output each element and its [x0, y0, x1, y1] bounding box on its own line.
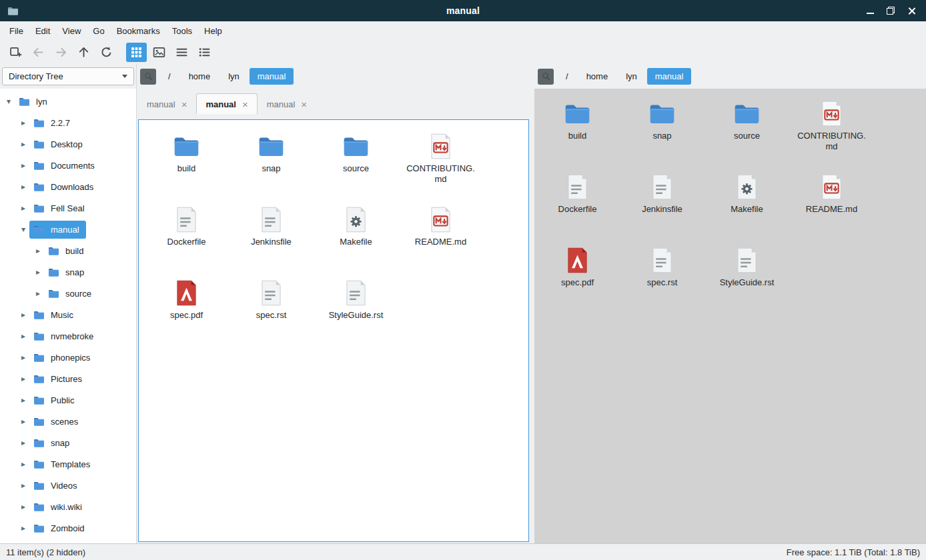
tree-row-fell-seal[interactable]: ▸Fell Seal — [0, 197, 136, 219]
file-contributing-md[interactable]: CONTRIBUTING.md — [789, 95, 874, 169]
expander-collapsed-icon[interactable]: ▸ — [33, 267, 43, 277]
breadcrumb-root[interactable]: / — [160, 68, 179, 85]
reload-button[interactable] — [96, 43, 117, 62]
compact-view-button[interactable] — [171, 43, 192, 62]
expander-collapsed-icon[interactable]: ▸ — [19, 502, 28, 511]
detailed-view-button[interactable] — [194, 43, 215, 62]
edit-path-button[interactable] — [140, 69, 156, 85]
expander-collapsed-icon[interactable]: ▸ — [19, 523, 28, 533]
menu-view[interactable]: View — [56, 23, 87, 39]
breadcrumb-home[interactable]: home — [578, 68, 616, 85]
file-makefile[interactable]: Makefile — [314, 201, 398, 275]
file-readme-md[interactable]: README.md — [398, 201, 483, 275]
tree-row-music[interactable]: ▸Music — [0, 304, 136, 325]
tab-close-icon[interactable]: × — [242, 99, 248, 109]
expander-expanded-icon[interactable]: ▾ — [19, 225, 28, 234]
file-spec-rst[interactable]: spec.rst — [620, 242, 705, 315]
expander-collapsed-icon[interactable]: ▸ — [19, 118, 28, 127]
sidebar-mode-select[interactable]: Directory Tree — [2, 67, 134, 85]
minimize-button[interactable] — [867, 7, 874, 15]
tree-row-videos[interactable]: ▸Videos — [0, 475, 136, 496]
go-forward-button[interactable] — [51, 43, 71, 62]
go-back-button[interactable] — [28, 43, 49, 62]
breadcrumb-root[interactable]: / — [558, 68, 576, 85]
expander-collapsed-icon[interactable]: ▸ — [19, 481, 28, 490]
file-jenkinsfile[interactable]: Jenkinsfile — [229, 201, 314, 275]
tree-row-desktop[interactable]: ▸Desktop — [0, 133, 136, 155]
expander-collapsed-icon[interactable]: ▸ — [19, 459, 28, 469]
tree-row-public[interactable]: ▸Public — [0, 389, 136, 411]
file-spec-rst[interactable]: spec.rst — [229, 275, 314, 348]
expander-collapsed-icon[interactable]: ▸ — [19, 417, 28, 426]
expander-collapsed-icon[interactable]: ▸ — [19, 139, 28, 149]
expander-collapsed-icon[interactable]: ▸ — [19, 438, 28, 447]
breadcrumb-manual[interactable]: manual — [647, 68, 692, 85]
close-button[interactable] — [907, 7, 916, 15]
file-snap[interactable]: snap — [229, 128, 314, 201]
menu-bookmarks[interactable]: Bookmarks — [111, 23, 166, 39]
file-build[interactable]: build — [144, 128, 229, 201]
tree-row-nvmebroke[interactable]: ▸nvmebroke — [0, 325, 136, 347]
new-tab-button[interactable] — [5, 43, 26, 62]
file-dockerfile[interactable]: Dockerfile — [144, 201, 229, 275]
file-spec-pdf[interactable]: spec.pdf — [535, 242, 620, 315]
file-spec-pdf[interactable]: spec.pdf — [144, 275, 229, 348]
tree-row-downloads[interactable]: ▸Downloads — [0, 176, 136, 197]
tree-row-snap[interactable]: ▸snap — [0, 432, 136, 453]
tree-row-source[interactable]: ▸source — [0, 283, 136, 304]
breadcrumb-lyn[interactable]: lyn — [618, 68, 645, 85]
menu-tools[interactable]: Tools — [166, 23, 198, 39]
tab-close-icon[interactable]: × — [301, 99, 307, 109]
file-snap[interactable]: snap — [620, 95, 705, 169]
menu-help[interactable]: Help — [198, 23, 228, 39]
breadcrumb-home[interactable]: home — [181, 68, 219, 85]
expander-expanded-icon[interactable]: ▾ — [4, 97, 13, 106]
expander-collapsed-icon[interactable]: ▸ — [19, 161, 28, 170]
file-source[interactable]: source — [705, 95, 789, 169]
menu-go[interactable]: Go — [87, 23, 110, 39]
restore-button[interactable] — [887, 7, 895, 15]
expander-collapsed-icon[interactable]: ▸ — [33, 246, 43, 255]
tree-row-snap[interactable]: ▸snap — [0, 261, 136, 283]
tree-row-2-2-7[interactable]: ▸2.2.7 — [0, 112, 136, 133]
go-up-button[interactable] — [73, 43, 94, 62]
left-file-view[interactable]: buildsnapsourceCONTRIBUTING.mdDockerfile… — [138, 119, 529, 542]
tree-row-manual[interactable]: ▾manual — [0, 219, 136, 240]
breadcrumb-lyn[interactable]: lyn — [220, 68, 248, 85]
expander-collapsed-icon[interactable]: ▸ — [19, 203, 28, 213]
tree-row-zomboid[interactable]: ▸Zomboid — [0, 517, 136, 539]
file-contributing-md[interactable]: CONTRIBUTING.md — [398, 128, 483, 201]
file-makefile[interactable]: Makefile — [705, 169, 789, 242]
menu-edit[interactable]: Edit — [29, 23, 56, 39]
expander-collapsed-icon[interactable]: ▸ — [19, 353, 28, 362]
tree-row-wiki-wiki[interactable]: ▸wiki.wiki — [0, 496, 136, 517]
tree-row-lyn[interactable]: ▾lyn — [0, 91, 136, 112]
thumbnail-view-button[interactable] — [149, 43, 169, 62]
file-source[interactable]: source — [314, 128, 398, 201]
file-styleguide-rst[interactable]: StyleGuide.rst — [705, 242, 789, 315]
tab-manual[interactable]: manual× — [196, 93, 257, 114]
tree-row-documents[interactable]: ▸Documents — [0, 155, 136, 176]
icon-view-button[interactable] — [126, 43, 147, 62]
tab-manual[interactable]: manual× — [258, 93, 316, 114]
tree-row-phonepics[interactable]: ▸phonepics — [0, 347, 136, 368]
right-file-view[interactable]: buildsnapsourceCONTRIBUTING.mdDockerfile… — [534, 89, 926, 543]
expander-collapsed-icon[interactable]: ▸ — [33, 289, 43, 298]
tree-row-scenes[interactable]: ▸scenes — [0, 411, 136, 432]
tree-row-templates[interactable]: ▸Templates — [0, 453, 136, 475]
expander-collapsed-icon[interactable]: ▸ — [19, 182, 28, 191]
tree-row-build[interactable]: ▸build — [0, 240, 136, 261]
file-build[interactable]: build — [535, 95, 620, 169]
breadcrumb-manual[interactable]: manual — [250, 68, 294, 85]
expander-collapsed-icon[interactable]: ▸ — [19, 374, 28, 383]
tab-manual[interactable]: manual× — [137, 93, 196, 114]
file-dockerfile[interactable]: Dockerfile — [535, 169, 620, 242]
file-styleguide-rst[interactable]: StyleGuide.rst — [314, 275, 398, 348]
edit-path-button[interactable] — [538, 69, 554, 85]
menu-file[interactable]: File — [3, 23, 29, 39]
tree-row-pictures[interactable]: ▸Pictures — [0, 368, 136, 389]
expander-collapsed-icon[interactable]: ▸ — [19, 395, 28, 405]
file-jenkinsfile[interactable]: Jenkinsfile — [620, 169, 705, 242]
tab-close-icon[interactable]: × — [181, 99, 187, 109]
file-readme-md[interactable]: README.md — [789, 169, 874, 242]
